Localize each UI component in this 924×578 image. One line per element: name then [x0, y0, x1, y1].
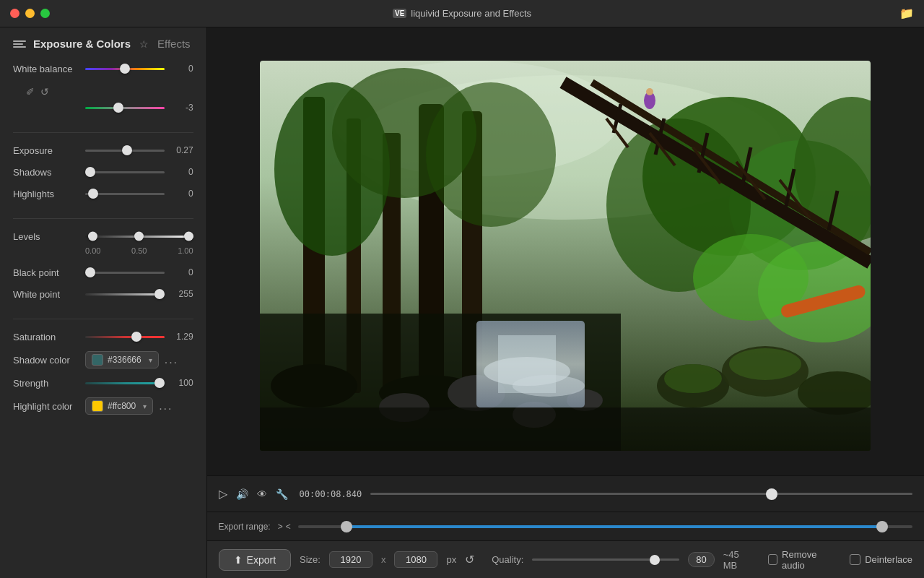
highlight-color-label: Highlight color — [13, 401, 85, 412]
highlight-color-more-button[interactable]: ... — [159, 400, 173, 413]
export-range-right-arrow[interactable]: < — [286, 522, 291, 532]
white-point-slider[interactable] — [85, 287, 165, 301]
highlights-row: Highlights 0 — [13, 186, 193, 201]
export-range-arrows: > < — [278, 522, 291, 532]
highlight-color-row: Highlight color #ffc800 ▾ ... — [13, 397, 193, 415]
size-label: Size: — [300, 554, 321, 565]
quality-thumb[interactable] — [650, 555, 660, 565]
black-point-row: Black point 0 — [13, 265, 193, 280]
export-range-thumb-right[interactable] — [876, 521, 888, 532]
highlight-color-dropdown-arrow: ▾ — [143, 402, 147, 410]
folder-icon[interactable]: 📁 — [899, 7, 914, 20]
white-point-label: White point — [13, 289, 85, 300]
saturation-label: Saturation — [13, 332, 85, 342]
svg-point-33 — [646, 88, 653, 95]
remove-audio-label: Remove audio — [782, 549, 832, 571]
svg-point-48 — [729, 348, 801, 380]
export-range-left-arrow[interactable]: > — [278, 522, 283, 532]
app-title: VE liquivid Exposure and Effects — [393, 8, 531, 19]
highlights-label: Highlights — [13, 189, 85, 199]
playback-slider[interactable] — [370, 487, 912, 501]
white-balance-section: White balance 0 ✐ ↺ -3 — [0, 57, 206, 126]
shadow-color-picker[interactable]: #336666 ▾ — [85, 351, 159, 368]
tab-exposure-colors[interactable]: Exposure & Colors — [13, 38, 131, 50]
levels-val-mid: 0.50 — [131, 246, 147, 255]
shadow-color-row: Shadow color #336666 ▾ ... — [13, 351, 193, 368]
shadows-slider[interactable] — [85, 165, 165, 179]
shadow-color-dropdown-arrow: ▾ — [149, 356, 152, 364]
export-range-thumb-left[interactable] — [341, 521, 352, 532]
strength-slider[interactable] — [85, 376, 165, 390]
star-icon[interactable]: ☆ — [139, 38, 149, 50]
eyedropper-icon[interactable]: ✐ — [26, 86, 35, 98]
levels-thumb-black[interactable] — [88, 232, 97, 241]
strength-label: Strength — [13, 378, 85, 389]
divider1 — [13, 132, 193, 133]
highlights-slider[interactable] — [85, 186, 165, 201]
exposure-label: Exposure — [13, 145, 85, 156]
window-controls[interactable] — [10, 9, 50, 18]
shadows-row: Shadows 0 — [13, 165, 193, 179]
video-frame — [260, 61, 871, 451]
saturation-section: Saturation 1.29 Shadow color #336666 ▾ .… — [0, 325, 206, 426]
saturation-thumb[interactable] — [131, 332, 141, 342]
white-balance-slider1[interactable] — [85, 61, 165, 76]
levels-section: Levels 0.00 0.50 1.00 — [0, 225, 206, 261]
app-title-text: liquivid Exposure and Effects — [411, 8, 531, 19]
quality-slider[interactable] — [532, 553, 679, 567]
minimize-button[interactable] — [25, 9, 35, 18]
height-input[interactable]: 1080 — [394, 551, 437, 568]
reset-size-button[interactable]: ↺ — [465, 553, 474, 566]
play-button[interactable]: ▷ — [219, 487, 227, 501]
px-label: px — [446, 554, 456, 565]
export-icon: ⬆ — [234, 554, 243, 566]
levels-label: Levels — [13, 231, 85, 242]
black-point-thumb[interactable] — [85, 267, 95, 277]
width-input[interactable]: 1920 — [329, 551, 372, 568]
exposure-slider[interactable] — [85, 143, 165, 158]
main-layout: Exposure & Colors ☆ Effects White balanc… — [0, 27, 924, 578]
wb-thumb2[interactable] — [113, 103, 123, 113]
titlebar: VE liquivid Exposure and Effects 📁 — [0, 0, 924, 27]
shadows-value: 0 — [165, 167, 193, 177]
black-point-slider[interactable] — [85, 265, 165, 280]
deinterlace-checkbox[interactable] — [850, 554, 860, 565]
export-button[interactable]: ⬆ Export — [219, 549, 291, 571]
saturation-value: 1.29 — [165, 332, 193, 342]
volume-button[interactable]: 🔊 — [236, 488, 248, 500]
white-point-value: 255 — [165, 289, 193, 299]
shadows-thumb[interactable] — [85, 167, 95, 177]
exposure-thumb[interactable] — [122, 145, 132, 155]
export-range-slider[interactable] — [298, 518, 912, 535]
tab-effects[interactable]: Effects — [157, 38, 191, 50]
remove-audio-checkbox[interactable] — [768, 554, 777, 565]
highlight-color-swatch — [92, 400, 103, 412]
highlight-color-picker[interactable]: #ffc800 ▾ — [85, 397, 153, 415]
divider3 — [13, 319, 193, 319]
reset-wb-icon[interactable]: ↺ — [40, 86, 49, 98]
saturation-slider[interactable] — [85, 329, 165, 344]
eye-button[interactable]: 👁 — [257, 488, 267, 500]
white-balance-value2: -3 — [165, 103, 193, 113]
white-balance-row1: White balance 0 — [13, 61, 193, 76]
strength-thumb[interactable] — [154, 378, 165, 388]
shadow-color-more-button[interactable]: ... — [165, 353, 178, 366]
levels-thumb-white[interactable] — [184, 232, 193, 241]
levels-thumb-mid[interactable] — [134, 232, 144, 241]
export-bar: ⬆ Export Size: 1920 x 1080 px ↺ Quality:… — [207, 540, 924, 578]
highlights-thumb[interactable] — [88, 189, 98, 199]
close-button[interactable] — [10, 9, 19, 18]
white-balance-slider2[interactable] — [85, 100, 165, 115]
settings-button[interactable]: 🔧 — [276, 488, 288, 500]
playback-thumb[interactable] — [766, 488, 777, 500]
exposure-value: 0.27 — [165, 145, 193, 155]
shadow-color-swatch — [92, 354, 103, 366]
white-point-thumb[interactable] — [154, 289, 165, 299]
levels-slider[interactable] — [85, 229, 193, 243]
levels-row: Levels — [13, 229, 193, 243]
divider2 — [13, 218, 193, 219]
wb-thumb1[interactable] — [120, 64, 130, 74]
maximize-button[interactable] — [40, 9, 50, 18]
filesize-label: ~45 MB — [723, 549, 751, 571]
levels-val-min: 0.00 — [85, 246, 100, 255]
